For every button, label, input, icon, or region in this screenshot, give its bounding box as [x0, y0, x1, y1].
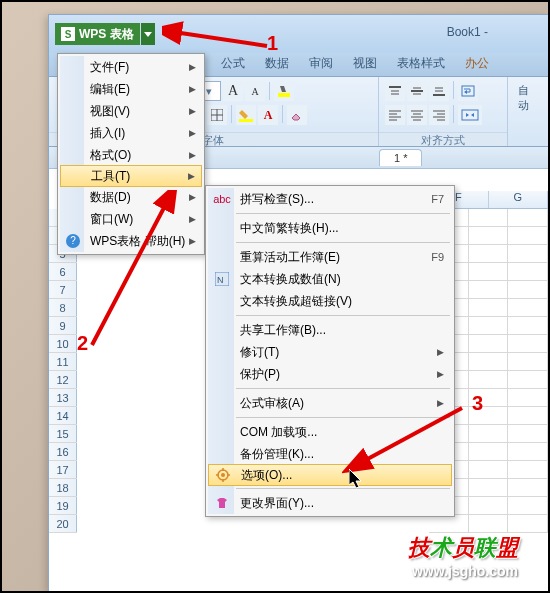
submenu-text2link[interactable]: 文本转换成超链接(V): [208, 290, 452, 312]
increase-font-button[interactable]: A: [223, 81, 243, 101]
submenu-audit[interactable]: 公式审核(A)▶: [208, 392, 452, 414]
cell[interactable]: [508, 317, 548, 335]
wrap-text-button[interactable]: [458, 81, 478, 101]
cell[interactable]: [469, 497, 509, 515]
row-header[interactable]: 9: [49, 317, 77, 335]
font-color-button[interactable]: A: [258, 105, 278, 125]
cell[interactable]: [508, 281, 548, 299]
cell[interactable]: [508, 263, 548, 281]
menu-data[interactable]: 数据(D)▶: [60, 186, 202, 208]
align-right-button[interactable]: [429, 105, 449, 125]
highlight-button[interactable]: [274, 81, 294, 101]
row-header[interactable]: 15: [49, 425, 77, 443]
row-header[interactable]: 7: [49, 281, 77, 299]
annotation-label-3: 3: [472, 392, 483, 415]
cell[interactable]: [469, 281, 509, 299]
menu-window[interactable]: 窗口(W)▶: [60, 208, 202, 230]
row-header[interactable]: 18: [49, 479, 77, 497]
align-top-button[interactable]: [385, 81, 405, 101]
cell[interactable]: [508, 227, 548, 245]
tab-formula[interactable]: 公式: [211, 51, 255, 76]
cell[interactable]: [508, 407, 548, 425]
cell[interactable]: [508, 479, 548, 497]
submenu-recalc[interactable]: 重算活动工作簿(E)F9: [208, 246, 452, 268]
row-header[interactable]: 20: [49, 515, 77, 533]
auto-sum-button[interactable]: 自动: [514, 81, 542, 115]
cell[interactable]: [469, 425, 509, 443]
cell[interactable]: [508, 353, 548, 371]
tab-office[interactable]: 办公: [455, 51, 499, 76]
cell[interactable]: [508, 245, 548, 263]
app-menu-button[interactable]: S WPS 表格: [55, 23, 140, 45]
row-header[interactable]: 11: [49, 353, 77, 371]
cell[interactable]: [508, 335, 548, 353]
align-left-button[interactable]: [385, 105, 405, 125]
merge-button[interactable]: [458, 105, 482, 125]
app-window: S WPS 表格 Book1 - 局 公式 数据 审阅 视图 表格样式 办公 1…: [48, 14, 548, 591]
row-header[interactable]: 19: [49, 497, 77, 515]
cell[interactable]: [469, 479, 509, 497]
column-header[interactable]: G: [489, 191, 549, 208]
menu-file[interactable]: 文件(F)▶: [60, 56, 202, 78]
row-header[interactable]: 16: [49, 443, 77, 461]
submenu-spellcheck[interactable]: abc 拼写检查(S)... F7: [208, 188, 452, 210]
tab-table-style[interactable]: 表格样式: [387, 51, 455, 76]
menu-insert[interactable]: 插入(I)▶: [60, 122, 202, 144]
cell[interactable]: [469, 443, 509, 461]
cell[interactable]: [469, 263, 509, 281]
cell[interactable]: [508, 299, 548, 317]
submenu-change-skin[interactable]: 更改界面(Y)...: [208, 492, 452, 514]
row-header[interactable]: 6: [49, 263, 77, 281]
cell[interactable]: [469, 335, 509, 353]
row-header[interactable]: 13: [49, 389, 77, 407]
clear-format-button[interactable]: [287, 105, 307, 125]
app-menu-dropdown-icon[interactable]: [141, 23, 155, 45]
cell[interactable]: [508, 425, 548, 443]
submenu-com-addins[interactable]: COM 加载项...: [208, 421, 452, 443]
border-button[interactable]: [207, 105, 227, 125]
cell[interactable]: [508, 461, 548, 479]
align-center-button[interactable]: [407, 105, 427, 125]
menu-format[interactable]: 格式(O)▶: [60, 144, 202, 166]
align-bottom-button[interactable]: [429, 81, 449, 101]
submenu-options[interactable]: 选项(O)...: [208, 464, 452, 486]
cell[interactable]: [508, 371, 548, 389]
cell[interactable]: [469, 299, 509, 317]
cell[interactable]: [508, 497, 548, 515]
row-header[interactable]: 14: [49, 407, 77, 425]
arrow-right-icon: ▶: [189, 128, 196, 138]
submenu-protect[interactable]: 保护(P)▶: [208, 363, 452, 385]
cell[interactable]: [469, 317, 509, 335]
submenu-text2num[interactable]: N 文本转换成数值(N): [208, 268, 452, 290]
menu-edit[interactable]: 编辑(E)▶: [60, 78, 202, 100]
cell[interactable]: [469, 461, 509, 479]
cell[interactable]: [469, 353, 509, 371]
cell[interactable]: [469, 227, 509, 245]
menu-tools[interactable]: 工具(T)▶: [60, 165, 202, 187]
align-middle-button[interactable]: [407, 81, 427, 101]
submenu-backup[interactable]: 备份管理(K)...: [208, 443, 452, 465]
cell[interactable]: [508, 515, 548, 533]
document-tab[interactable]: 1 *: [379, 149, 422, 166]
cell[interactable]: [429, 515, 469, 533]
cell[interactable]: [508, 443, 548, 461]
submenu-share[interactable]: 共享工作簿(B)...: [208, 319, 452, 341]
row-header[interactable]: 10: [49, 335, 77, 353]
tab-view[interactable]: 视图: [343, 51, 387, 76]
row-header[interactable]: 12: [49, 371, 77, 389]
fill-color-button[interactable]: [236, 105, 256, 125]
cell[interactable]: [508, 209, 548, 227]
cell[interactable]: [469, 245, 509, 263]
submenu-sc-convert[interactable]: 中文简繁转换(H)...: [208, 217, 452, 239]
submenu-revision[interactable]: 修订(T)▶: [208, 341, 452, 363]
cell[interactable]: [508, 389, 548, 407]
decrease-font-button[interactable]: A: [245, 81, 265, 101]
cell[interactable]: [469, 515, 509, 533]
menu-view[interactable]: 视图(V)▶: [60, 100, 202, 122]
tab-review[interactable]: 审阅: [299, 51, 343, 76]
cell[interactable]: [469, 371, 509, 389]
row-header[interactable]: 8: [49, 299, 77, 317]
cell[interactable]: [469, 209, 509, 227]
menu-help[interactable]: ?WPS表格 帮助(H)▶: [60, 230, 202, 252]
row-header[interactable]: 17: [49, 461, 77, 479]
